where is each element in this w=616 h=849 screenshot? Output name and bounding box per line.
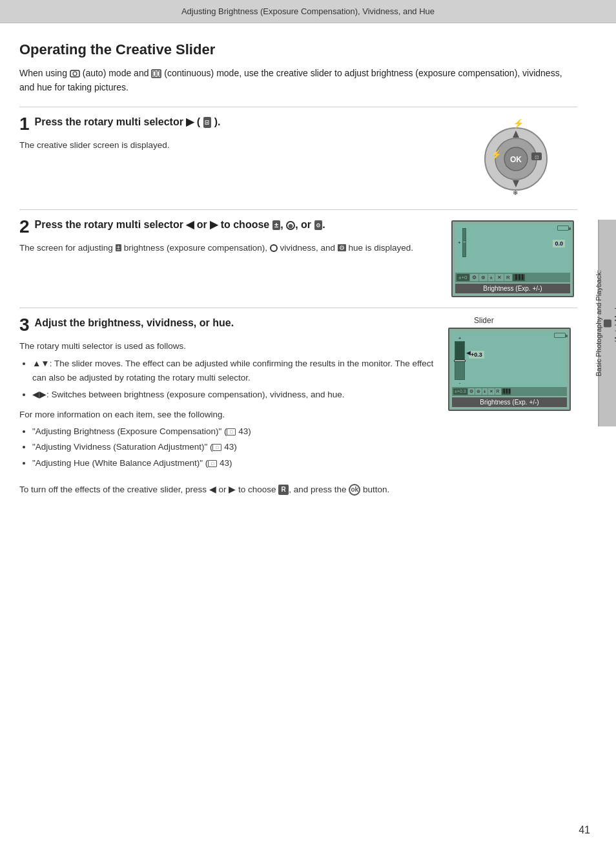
- main-content: Operating the Creative Slider When using…: [0, 23, 616, 509]
- svg-text:OK: OK: [510, 155, 522, 164]
- side-tab-text: Basic Photography and Playback: (Auto) M…: [594, 270, 616, 377]
- lcd-bottom-icons: ±+0 ⚙ ⊛ ± ✕ R ▐▐▐: [455, 273, 570, 282]
- step-2-heading: 2 Press the rotary multi selector ◀ or ▶…: [19, 218, 438, 236]
- bullet-2: ◀▶: Switches between brightness (exposur…: [32, 388, 438, 402]
- note-3: "Adjusting Hue (White Balance Adjustment…: [32, 456, 438, 470]
- step-3-body: The rotary multi selector is used as fol…: [19, 339, 438, 401]
- bullet-1: ▲▼: The slider moves. The effect can be …: [32, 357, 438, 384]
- lcd-value: 0.0: [553, 240, 565, 247]
- page-header: Adjusting Brightness (Exposure Compensat…: [0, 0, 616, 23]
- slider-bars: +: [458, 228, 466, 257]
- rotary-dial-svg: OK ⚡ ⊡ ⚡ ❄: [461, 115, 564, 199]
- step-1-heading: 1 Press the rotary multi selector ▶ ( ⊡ …: [19, 115, 438, 133]
- svg-text:⊡: ⊡: [535, 154, 539, 160]
- section-title: Operating the Creative Slider: [19, 41, 577, 58]
- step-3-lcd: + - +0.3: [448, 328, 571, 411]
- page-number: 41: [579, 824, 590, 836]
- battery-icon: [557, 225, 569, 231]
- side-tab: Basic Photography and Playback: (Auto) M…: [598, 220, 616, 426]
- lcd-value-3: +0.3: [469, 351, 484, 359]
- step-2-lcd: + 0.0 ±+0 ⚙ ⊛: [451, 220, 574, 297]
- svg-text:⚡: ⚡: [513, 118, 524, 129]
- svg-rect-4: [157, 71, 159, 76]
- note-bullets: "Adjusting Brightness (Exposure Compensa…: [32, 424, 438, 470]
- lcd-inner-3: + - +0.3: [452, 331, 567, 396]
- step-3-notes: For more information on each item, see t…: [19, 408, 438, 470]
- header-title: Adjusting Brightness (Exposure Compensat…: [181, 6, 435, 16]
- step-2-content: 2 Press the rotary multi selector ◀ or ▶…: [19, 218, 438, 297]
- step-3-bullets: ▲▼: The slider moves. The effect can be …: [32, 357, 438, 401]
- note-1: "Adjusting Brightness (Exposure Compensa…: [32, 424, 438, 439]
- lcd-inner-2: + 0.0 ±+0 ⚙ ⊛: [455, 224, 570, 282]
- svg-text:❄: ❄: [513, 189, 518, 196]
- step-3-image: Slider +: [448, 316, 577, 472]
- step-3-content: 3 Adjust the brightness, vividness, or h…: [19, 316, 438, 472]
- svg-rect-3: [153, 71, 156, 76]
- footer-note: To turn off the effects of the creative …: [19, 483, 577, 497]
- intro-text: When using (auto) mode and (continuous) …: [19, 66, 577, 95]
- note-2: "Adjusting Vividness (Saturation Adjustm…: [32, 440, 438, 454]
- step-2-image: + 0.0 ±+0 ⚙ ⊛: [448, 218, 577, 297]
- lcd-bottom-icons-3: ±+0.3 ⚙ ⊛ ± ✕ R ▐▐▐: [452, 387, 567, 396]
- step-1-image: OK ⚡ ⊡ ⚡ ❄: [448, 115, 577, 199]
- step-2-body: The screen for adjusting ± brightness (e…: [19, 241, 438, 255]
- svg-point-1: [73, 72, 77, 76]
- step-3-heading: 3 Adjust the brightness, vividness, or h…: [19, 316, 438, 334]
- step-2: 2 Press the rotary multi selector ◀ or ▶…: [19, 209, 577, 297]
- slider-label: Slider: [474, 316, 577, 325]
- battery-icon-3: [554, 333, 566, 338]
- lcd-label-2: Brightness (Exp. +/-): [455, 284, 570, 293]
- step-1-body: The creative slider screen is displayed.: [19, 138, 438, 152]
- svg-text:⚡: ⚡: [491, 149, 502, 160]
- slider-indicator: + -: [455, 335, 465, 386]
- step-3-grid: 3 Adjust the brightness, vividness, or h…: [19, 316, 577, 472]
- step-1: 1 Press the rotary multi selector ▶ ( ⊡ …: [19, 107, 577, 199]
- step-1-content: 1 Press the rotary multi selector ▶ ( ⊡ …: [19, 115, 438, 199]
- lcd-label-3: Brightness (Exp. +/-): [452, 397, 567, 407]
- step-3: 3 Adjust the brightness, vividness, or h…: [19, 308, 577, 496]
- lcd-arrow: ◀: [466, 350, 471, 356]
